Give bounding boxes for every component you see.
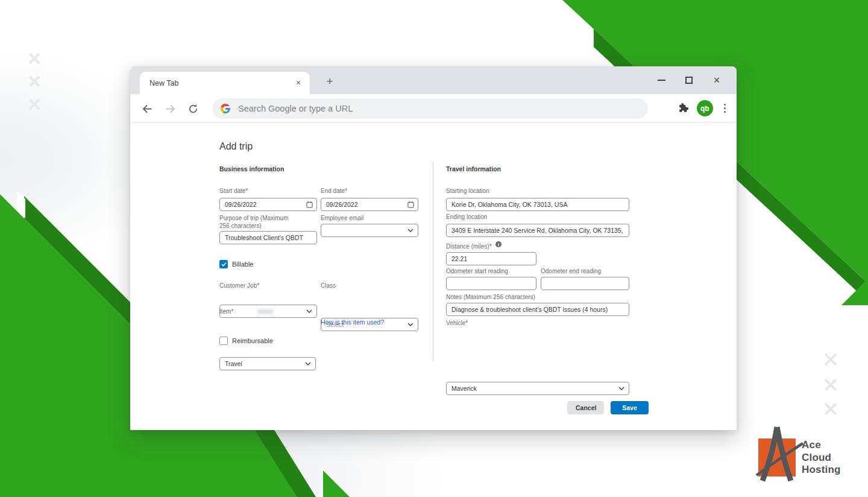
tab-strip: New Tab × + ×: [130, 66, 737, 94]
new-tab-button[interactable]: +: [322, 74, 338, 89]
quickbooks-icon[interactable]: qb: [697, 100, 713, 116]
close-icon: ×: [714, 75, 720, 86]
odometer-end-input[interactable]: [541, 277, 629, 290]
end-date-input[interactable]: [321, 198, 418, 211]
browser-toolbar: qb: [130, 94, 737, 122]
start-date-label: Start date*: [219, 187, 248, 195]
customer-job-label: Customer Job*: [219, 282, 259, 290]
starting-location-input[interactable]: [446, 198, 629, 211]
distance-input[interactable]: [446, 252, 536, 265]
purpose-of-trip-input[interactable]: [219, 231, 317, 244]
vehicle-value: Maverick: [451, 385, 477, 392]
address-bar[interactable]: [212, 98, 648, 119]
end-date-label: End date*: [321, 187, 347, 195]
purpose-of-trip-label: Purpose of trip (Maximum 256 characters): [219, 214, 293, 230]
ending-location-input[interactable]: [446, 224, 629, 237]
odometer-end-label: Odometer end reading: [541, 267, 601, 275]
back-button[interactable]: [139, 100, 156, 117]
starting-location-label: Starting location: [446, 187, 489, 195]
billable-checkbox[interactable]: [219, 260, 228, 268]
reload-button[interactable]: [184, 100, 201, 117]
vehicle-label: Vehicle*: [446, 319, 468, 327]
save-button[interactable]: Save: [611, 401, 649, 414]
page: Ace Cloud Hosting New Tab × + ×: [0, 0, 868, 497]
wordmark-line: Cloud: [802, 452, 841, 464]
maximize-icon: [685, 77, 693, 84]
tab-new-tab[interactable]: New Tab ×: [140, 72, 310, 94]
reimbursable-checkbox[interactable]: [219, 337, 228, 345]
vehicle-dropdown[interactable]: Maverick: [446, 382, 629, 395]
address-input[interactable]: [237, 103, 640, 114]
check-icon: [221, 262, 227, 267]
item-label: Item*: [219, 308, 233, 315]
ace-cloud-hosting-wordmark: Ace Cloud Hosting: [802, 439, 841, 476]
class-label: Class: [321, 282, 336, 290]
browser-window: New Tab × + ×: [130, 66, 737, 430]
minimize-button[interactable]: [647, 66, 675, 94]
toolbar-right-icons: qb: [678, 94, 728, 122]
chevron-down-icon: [407, 229, 414, 232]
notes-label: Notes (Maximum 256 characters): [446, 293, 535, 301]
reload-icon: [188, 104, 198, 114]
quickbooks-add-trip-page: Add trip Business information Start date…: [130, 123, 737, 430]
employee-email-dropdown[interactable]: [321, 224, 418, 237]
reimbursable-label: Reimbursable: [232, 337, 273, 344]
x-mark-icon: [28, 52, 41, 65]
close-button[interactable]: ×: [703, 66, 731, 94]
wordmark-line: Hosting: [802, 464, 841, 476]
tab-close-icon[interactable]: ×: [293, 78, 304, 89]
travel-information-heading: Travel information: [446, 165, 501, 173]
window-controls: ×: [647, 66, 737, 94]
chevron-down-icon: [407, 323, 414, 326]
x-mark-icon: [28, 75, 41, 88]
odometer-start-input[interactable]: [446, 277, 536, 290]
odometer-start-label: Odometer start reading: [446, 267, 508, 275]
item-value: Travel: [225, 360, 242, 367]
start-date-input[interactable]: [219, 198, 317, 211]
distance-label: Distance (miles)*: [446, 242, 492, 250]
x-mark-icon: [823, 378, 838, 392]
ending-location-label: Ending location: [446, 213, 487, 221]
customer-job-blurred-value: [257, 309, 273, 314]
extensions-puzzle-icon[interactable]: [678, 103, 688, 113]
item-help-link[interactable]: How is this item used?: [321, 318, 384, 326]
browser-menu-icon[interactable]: [722, 101, 728, 115]
column-divider: [433, 162, 433, 361]
billable-checkbox-row[interactable]: Billable: [219, 260, 253, 268]
x-mark-icon: [823, 352, 838, 367]
page-title: Add trip: [219, 141, 253, 152]
employee-email-label: Employee email: [321, 214, 363, 222]
forward-arrow-icon: [165, 104, 175, 113]
google-g-icon: [221, 104, 230, 113]
cancel-button[interactable]: Cancel: [567, 401, 604, 414]
wordmark-line: Ace: [802, 439, 841, 452]
minimize-icon: [658, 80, 665, 81]
chevron-down-icon: [305, 362, 311, 366]
back-arrow-icon: [142, 104, 153, 113]
business-information-heading: Business information: [219, 165, 284, 173]
maximize-button[interactable]: [675, 66, 703, 94]
reimbursable-checkbox-row[interactable]: Reimbursable: [219, 337, 273, 345]
chevron-down-icon: [618, 387, 624, 390]
notes-input[interactable]: [446, 303, 629, 316]
customer-job-dropdown[interactable]: [219, 305, 317, 318]
item-dropdown[interactable]: Travel: [219, 357, 316, 370]
x-mark-icon: [28, 98, 41, 111]
chevron-down-icon: [306, 309, 312, 313]
x-mark-icon: [823, 402, 838, 416]
tab-title: New Tab: [149, 79, 293, 87]
forward-button[interactable]: [162, 100, 178, 117]
info-icon[interactable]: i: [495, 241, 502, 247]
billable-label: Billable: [232, 261, 253, 268]
